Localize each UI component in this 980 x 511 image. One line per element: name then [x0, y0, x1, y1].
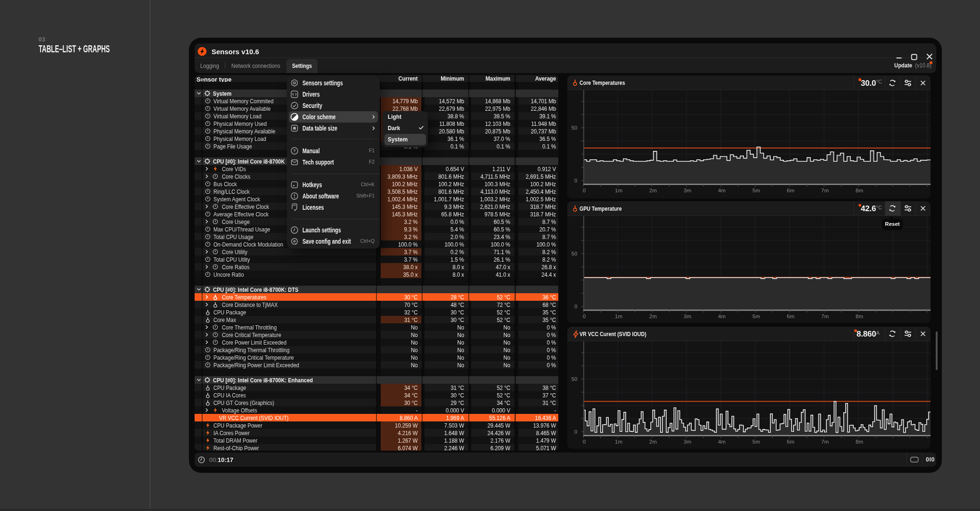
svg-text:3m: 3m [684, 313, 691, 319]
svg-text:3m: 3m [684, 439, 691, 445]
svg-text:6m: 6m [787, 439, 794, 445]
svg-text:0: 0 [574, 429, 577, 435]
svg-text:6m: 6m [787, 313, 794, 319]
svg-text:2m: 2m [649, 188, 657, 193]
svg-text:8m: 8m [856, 439, 863, 445]
svg-text:50: 50 [571, 251, 577, 256]
svg-text:6m: 6m [787, 188, 794, 193]
svg-text:8m: 8m [856, 188, 863, 193]
svg-text:2m: 2m [649, 313, 657, 319]
svg-text:4m: 4m [718, 313, 726, 319]
svg-text:7m: 7m [821, 313, 829, 319]
svg-text:50: 50 [571, 376, 577, 382]
svg-text:0: 0 [582, 313, 585, 319]
svg-text:4m: 4m [718, 188, 726, 193]
svg-text:0: 0 [574, 178, 577, 183]
svg-text:7m: 7m [821, 188, 829, 193]
svg-text:7m: 7m [821, 439, 829, 445]
svg-text:0: 0 [582, 188, 585, 193]
svg-text:?: ? [293, 148, 296, 153]
svg-text:2m: 2m [649, 439, 657, 445]
svg-text:4m: 4m [718, 439, 726, 445]
svg-text:50: 50 [571, 125, 577, 131]
svg-text:1m: 1m [615, 313, 622, 319]
svg-text:1m: 1m [615, 188, 622, 193]
svg-text:5m: 5m [752, 188, 760, 193]
svg-text:5m: 5m [752, 313, 760, 319]
svg-text:5m: 5m [752, 439, 760, 445]
svg-text:3m: 3m [684, 188, 691, 193]
svg-text:0: 0 [582, 439, 585, 445]
svg-text:1m: 1m [615, 439, 622, 445]
svg-text:8m: 8m [856, 313, 863, 319]
svg-text:0: 0 [574, 304, 577, 309]
